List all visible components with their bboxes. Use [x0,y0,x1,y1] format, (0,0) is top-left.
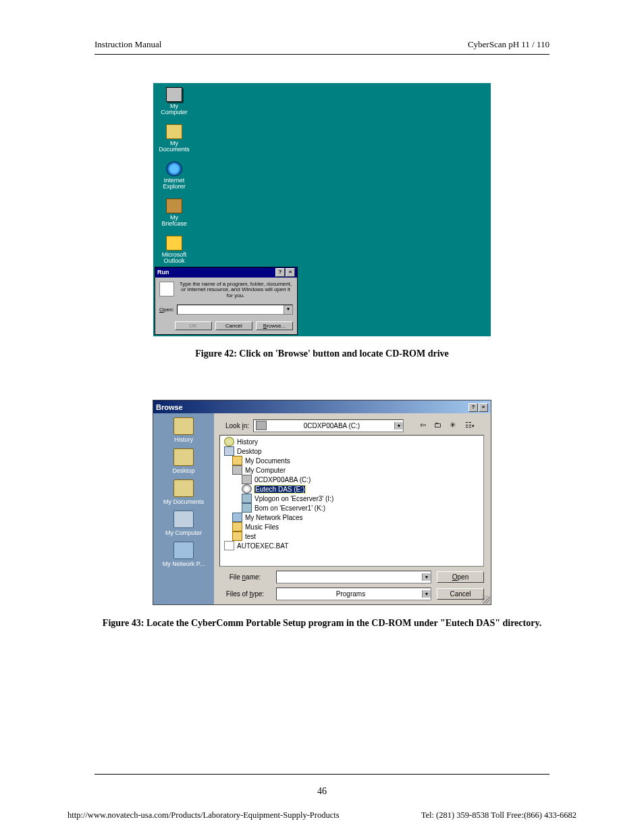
browse-places-bar: History Desktop My Documents My Computer… [153,413,214,604]
list-item[interactable]: Vplogon on 'Ecserver3' (I:) [223,494,481,503]
list-item[interactable]: Eutech DAS (E:) [223,484,481,494]
cd-icon [242,484,252,494]
desktop-icon-internet-explorer[interactable]: Internet Explorer [157,161,191,190]
footer-phones: Tel: (281) 359-8538 Toll Free:(866) 433-… [421,810,576,820]
fold-icon [232,531,242,541]
microsoft-outlook-label: Microsoft Outlook [157,252,191,265]
my-briefcase-label: My Briefcase [157,215,191,228]
toolbar-new-folder-button[interactable]: ✳ [446,419,459,432]
lookin-label: Look in: [219,422,249,429]
browse-open-button[interactable]: Open [437,571,484,583]
internet-explorer-icon [166,161,182,176]
browse-dialog-titlebar[interactable]: Browse ?× [153,400,491,413]
places-history[interactable]: History [153,417,214,443]
run-dialog-title: Run [157,269,169,276]
run-ok-button[interactable]: OK [175,321,212,330]
filename-dropdown-button[interactable]: ▼ [422,573,431,581]
filename-combobox[interactable]: ▼ [276,571,431,583]
microsoft-outlook-icon [166,236,182,251]
run-cancel-button[interactable]: Cancel [215,321,252,330]
browse-dialog-title: Browse [156,403,183,411]
my-network-place-icon [173,542,194,559]
browse-help-button[interactable]: ? [468,403,478,412]
history-icon [173,417,194,435]
list-item[interactable]: My Documents [223,456,481,465]
list-item[interactable]: test [223,531,481,541]
fold-icon [232,456,242,465]
run-open-value [178,305,284,314]
page-number: 46 [0,786,644,797]
toolbar-up-button[interactable]: 🗀 [431,419,444,432]
list-item[interactable]: Bom on 'Ecserver1' (K:) [223,503,481,513]
filetype-label: Files of type: [219,590,271,598]
filetype-dropdown-button[interactable]: ▼ [422,590,431,598]
file-icon [224,541,234,550]
run-description: Type the name of a program, folder, docu… [178,282,293,299]
desktop-icon-my-computer[interactable]: My Computer [157,87,191,116]
list-item-label: test [245,533,256,540]
my-briefcase-icon [166,199,182,213]
fold-icon [232,522,242,531]
my-documents-icon [166,124,182,139]
hist-icon [224,437,234,446]
list-item[interactable]: History [223,437,481,446]
toolbar-views-button[interactable]: ☷▾ [460,419,479,432]
netpl-icon [232,513,242,522]
drive-icon [242,475,252,484]
list-item-label: My Documents [245,457,290,465]
places-desktop[interactable]: Desktop [153,448,214,474]
resize-grip-icon[interactable] [482,596,490,604]
desktop-icon-microsoft-outlook[interactable]: Microsoft Outlook [157,236,191,265]
list-item[interactable]: Music Files [223,522,481,531]
run-open-dropdown-button[interactable]: ▼ [284,305,292,314]
netdr-icon [242,503,252,513]
browse-file-list[interactable]: HistoryDesktopMy DocumentsMy Computer0CD… [219,435,484,567]
list-item[interactable]: My Network Places [223,513,481,522]
run-browse-button[interactable]: Browse... [256,321,293,330]
list-item-label: History [237,438,258,446]
filetype-combobox[interactable]: Programs ▼ [276,588,431,600]
desk-icon [224,446,234,456]
list-item-label: Bom on 'Ecserver1' (K:) [254,504,325,512]
figure-42-screenshot: My Computer My Documents Internet Explor… [153,83,491,336]
figure-42-caption: Figure 42: Click on 'Browse' button and … [95,348,549,359]
header-rule [95,54,549,55]
lookin-combobox[interactable]: 0CDXP00ABA (C:) ▼ [253,419,404,432]
run-dialog-titlebar[interactable]: Run ?× [155,267,297,278]
browse-cancel-button[interactable]: Cancel [437,588,484,600]
run-help-button[interactable]: ? [275,268,285,277]
desktop-icon [173,448,194,466]
footer-url: http://www.novatech-usa.com/Products/Lab… [68,810,340,820]
desktop-icon-my-documents[interactable]: My Documents [157,124,191,153]
my-computer-label: My Computer [157,103,191,116]
list-item-label: AUTOEXEC.BAT [237,542,288,550]
list-item-label: Desktop [237,448,262,455]
list-item[interactable]: AUTOEXEC.BAT [223,541,481,550]
my-computer-place-icon [173,511,194,528]
footer-rule [95,774,549,775]
list-item-label: Eutech DAS (E:) [254,486,305,493]
list-item-label: 0CDXP00ABA (C:) [254,476,311,484]
places-my-computer[interactable]: My Computer [153,511,214,536]
list-item-label: Music Files [245,523,279,531]
figure-43-screenshot: Browse ?× History Desktop My Documents M… [153,400,491,605]
list-item-label: Vplogon on 'Ecserver3' (I:) [254,495,333,502]
list-item[interactable]: Desktop [223,446,481,456]
run-close-button[interactable]: × [286,268,295,277]
places-my-network[interactable]: My Network P... [153,542,214,567]
run-open-label: Open: [159,307,174,313]
lookin-dropdown-button[interactable]: ▼ [394,422,403,429]
browse-close-button[interactable]: × [479,403,488,412]
list-item[interactable]: My Computer [223,465,481,475]
toolbar-back-button[interactable]: ⇦ [416,419,429,432]
list-item-label: My Computer [245,467,286,474]
header-left: Instruction Manual [95,39,161,50]
lookin-value: 0CDXP00ABA (C:) [269,422,394,429]
places-my-documents[interactable]: My Documents [153,479,214,505]
list-item-label: My Network Places [245,514,303,521]
desktop-icon-my-briefcase[interactable]: My Briefcase [157,199,191,228]
run-dialog: Run ?× Type the name of a program, folde… [155,267,298,335]
internet-explorer-label: Internet Explorer [157,178,191,190]
list-item[interactable]: 0CDXP00ABA (C:) [223,475,481,484]
run-open-combobox[interactable]: ▼ [177,305,293,315]
